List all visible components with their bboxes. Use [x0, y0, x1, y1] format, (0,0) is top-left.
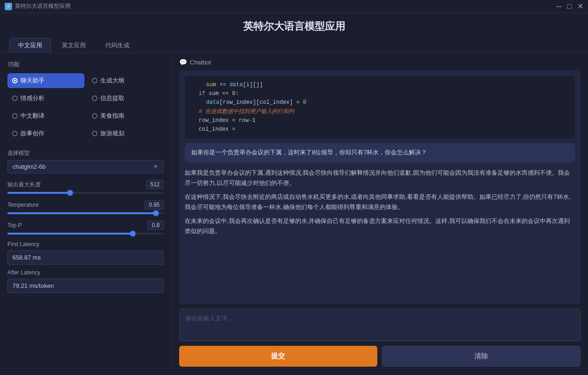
func-food-label: 美食指南	[100, 112, 124, 120]
func-story-radio	[12, 131, 18, 136]
func-extract[interactable]: 信息提取	[87, 91, 164, 106]
output-length-value: 512	[146, 180, 164, 189]
code-line-3: data[row_index][col_index] = 0	[191, 98, 569, 107]
app-icon: ⚡	[5, 3, 12, 10]
chevron-down-icon: ▼	[153, 163, 159, 170]
model-section: 选择模型 chatglm2-6b ▼	[7, 149, 164, 173]
temperature-label: Temperature	[7, 202, 39, 208]
tab-codegen[interactable]: 代码生成	[97, 38, 138, 52]
input-placeholder: 请在此输入文字...	[185, 315, 233, 322]
tabs-bar: 中文应用 英文应用 代码生成	[0, 38, 588, 53]
first-latency-value: 658.87 ms	[7, 250, 164, 265]
func-chat[interactable]: 聊天助手	[7, 73, 84, 88]
left-panel: 功能 聊天助手 生成大纲 情感分析 信息提取 中文翻译	[0, 53, 172, 372]
func-extract-radio	[92, 95, 97, 101]
func-travel-label: 旅游规划	[100, 129, 124, 138]
button-row: 提交 清除	[179, 346, 581, 367]
bot-response-1: 如果我是负责举办会议的下属,遇到这种情况,我会尽快向领导们解释情况并向他们道歉,…	[185, 168, 575, 188]
func-extract-label: 信息提取	[100, 94, 124, 102]
code-line-2: if sum == 0:	[191, 89, 569, 98]
app-header: 英特尔大语言模型应用	[0, 13, 588, 38]
func-translate-label: 中文翻译	[20, 112, 45, 120]
func-chat-label: 聊天助手	[20, 76, 45, 85]
chatbot-label: Chatbot	[190, 59, 211, 66]
temperature-thumb	[153, 210, 159, 216]
func-food[interactable]: 美食指南	[87, 108, 164, 123]
code-line-5: row_index = row-1	[191, 116, 569, 125]
func-sentiment[interactable]: 情感分析	[7, 91, 84, 106]
model-label: 选择模型	[7, 149, 164, 157]
minimize-button[interactable]: ─	[556, 3, 562, 10]
tab-english[interactable]: 英文应用	[53, 38, 95, 52]
topp-thumb	[130, 231, 136, 236]
latency-section: First Latency 658.87 ms After Latency 79…	[7, 241, 164, 293]
first-latency-label: First Latency	[7, 241, 164, 248]
temperature-value: 0.95	[145, 200, 164, 210]
func-outline-radio	[92, 78, 97, 83]
temperature-fill	[7, 212, 156, 214]
chatbot-icon: 💬	[179, 58, 187, 66]
topp-label: Top P	[7, 222, 22, 229]
func-translate-radio	[12, 113, 18, 119]
model-select[interactable]: chatglm2-6b ▼	[7, 160, 164, 173]
title-bar: ⚡ 英特尔大语言模型应用 ─ □ ✕	[0, 0, 588, 13]
topp-slider[interactable]	[7, 233, 164, 235]
main-layout: 功能 聊天助手 生成大纲 情感分析 信息提取 中文翻译	[0, 53, 588, 372]
code-line-4: # 在游戏数据中找到用户输入的行和列	[191, 108, 569, 116]
output-length-thumb	[67, 190, 73, 196]
tab-chinese[interactable]: 中文应用	[9, 38, 51, 52]
window-controls: ─ □ ✕	[556, 3, 583, 10]
func-chat-radio	[12, 78, 18, 83]
right-panel: 💬 Chatbot sum += data[i][j] if sum == 0:…	[172, 53, 588, 372]
func-travel[interactable]: 旅游规划	[87, 126, 164, 141]
model-value: chatglm2-6b	[13, 163, 46, 170]
func-sentiment-label: 情感分析	[20, 94, 45, 102]
after-latency-label: After Latency	[7, 269, 164, 276]
code-line-6: col_index =	[191, 125, 569, 134]
input-area[interactable]: 请在此输入文字...	[179, 309, 581, 341]
output-length-fill	[7, 192, 70, 194]
temperature-section: Temperature 0.95	[7, 200, 164, 214]
maximize-button[interactable]: □	[567, 3, 572, 10]
code-block: sum += data[i][j] if sum == 0: data[row_…	[185, 76, 575, 139]
after-latency-value: 79.21 ms/token	[7, 279, 164, 293]
output-length-slider[interactable]	[7, 192, 164, 194]
close-button[interactable]: ✕	[577, 3, 583, 10]
func-translate[interactable]: 中文翻译	[7, 108, 84, 123]
output-length-section: 输出最大长度 512	[7, 180, 164, 194]
submit-button[interactable]: 提交	[179, 346, 377, 367]
func-story-label: 故事创作	[20, 129, 45, 138]
output-length-label: 输出最大长度	[7, 181, 41, 189]
topp-value: 0.8	[148, 221, 164, 230]
clear-button[interactable]: 清除	[382, 346, 581, 367]
bot-response-2: 在这种情况下,我会尽快去附近的商店或自动售水机买更多的水,或者向其他同事求助,看…	[185, 192, 575, 212]
func-food-radio	[92, 113, 97, 119]
temperature-header: Temperature 0.95	[7, 200, 164, 210]
func-story[interactable]: 故事创作	[7, 126, 84, 141]
app-title: 英特尔大语言模型应用	[0, 19, 588, 33]
func-sentiment-radio	[12, 95, 18, 101]
func-outline-label: 生成大纲	[100, 76, 124, 85]
topp-fill	[7, 233, 133, 235]
bot-message: 如果我是负责举办会议的下属,遇到这种情况,我会尽快向领导们解释情况并向他们道歉,…	[185, 167, 575, 238]
topp-header: Top P 0.8	[7, 221, 164, 230]
chatbot-header: 💬 Chatbot	[179, 58, 581, 66]
user-message: 如果你是一个负责举办会议的下属，这时来了8位领导，你却只有7杯水，你会怎么解决？	[185, 143, 575, 162]
title-bar-text: 英特尔大语言模型应用	[15, 2, 71, 10]
func-outline[interactable]: 生成大纲	[87, 73, 164, 88]
chat-area: sum += data[i][j] if sum == 0: data[row_…	[179, 70, 581, 304]
code-line-1: sum += data[i][j]	[191, 81, 569, 89]
function-grid: 聊天助手 生成大纲 情感分析 信息提取 中文翻译 美食指南	[7, 73, 164, 141]
function-section-title: 功能	[7, 60, 164, 69]
func-travel-radio	[92, 131, 97, 136]
temperature-slider[interactable]	[7, 212, 164, 214]
topp-section: Top P 0.8	[7, 221, 164, 235]
bot-response-3: 在未来的会议中,我会再次确认是否有足够的水,并确保自己有足够的备选方案来应对任何…	[185, 216, 575, 236]
output-length-header: 输出最大长度 512	[7, 180, 164, 189]
